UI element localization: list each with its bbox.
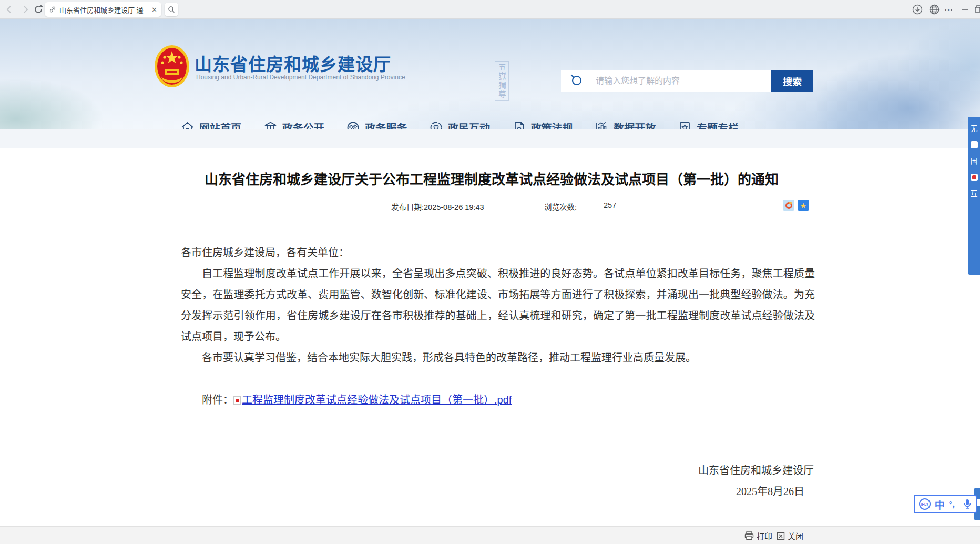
side-widget-label-2[interactable]: 国 [971,157,978,165]
restore-window-icon[interactable] [973,3,980,15]
address-tab[interactable]: 山东省住房和城乡建设厅 通知 ✕ [45,2,161,17]
accessibility-side-widget[interactable]: 无 国 互 [968,117,980,275]
site-subtitle: Housing and Urban-Rural Development Depa… [196,74,405,81]
paragraph-2: 各市要认真学习借鉴，结合本地实际大胆实践，形成各具特色的改革路径，推动工程监理行… [181,347,815,368]
refresh-icon[interactable] [33,4,44,15]
salutation: 各市住房城乡建设局，各有关单位： [181,242,815,263]
ime-punctuation-toggle[interactable]: °， [949,499,959,509]
attachment-label: 附件： [202,394,233,406]
search-input[interactable] [595,76,768,86]
side-widget-label-3[interactable]: 互 [971,189,978,198]
pdf-icon [233,396,241,405]
ime-brand-icon[interactable]: iFLY [919,498,931,510]
tab-close-icon[interactable]: ✕ [151,6,157,14]
minimize-icon[interactable] [959,3,971,15]
side-widget-icon-1[interactable] [971,141,978,148]
article-content: 山东省住房和城乡建设厅关于公布工程监理制度改革试点经验做法及试点项目（第一批）的… [0,148,980,526]
mountain-stamp-watermark: 五嶽獨尊 [495,61,509,101]
attachment-line: 附件：工程监理制度改革试点经验做法及试点项目（第一批）.pdf [181,389,815,410]
site-header: 五嶽獨尊 山东省住房和城乡建设厅 Housing and Urban-Rural… [0,19,980,129]
new-tab-search-icon[interactable] [165,3,178,16]
title-divider [183,193,815,193]
tab-title: 山东省住房和城乡建设厅 通知 [59,5,144,15]
search-input-wrap [561,70,771,92]
signature-organization: 山东省住房和城乡建设厅 [698,462,814,477]
publish-date: 发布日期:2025-08-26 19:43 [391,201,484,212]
page-bottom-bar: 打印 关闭 [0,526,980,544]
meta-divider [154,221,820,221]
close-button[interactable]: 关闭 [777,530,803,541]
download-icon[interactable] [912,4,923,15]
menu-dots-icon[interactable]: ⋯ [944,5,953,15]
search-button[interactable]: 搜索 [771,70,813,92]
globe-icon[interactable] [928,4,940,15]
ime-toolbar: iFLY 中 °， [914,495,977,513]
article-title: 山东省住房和城乡建设厅关于公布工程监理制度改革试点经验做法及试点项目（第一批）的… [163,168,820,188]
attachment-link[interactable]: 工程监理制度改革试点经验做法及试点项目（第一批）.pdf [242,394,512,406]
close-icon [777,532,785,540]
side-widget-icon-2[interactable] [971,174,978,181]
browser-chrome: 山东省住房和城乡建设厅 通知 ✕ ⋯ [0,0,980,19]
views-label: 浏览次数: [544,201,577,212]
paragraph-1: 自工程监理制度改革试点工作开展以来，全省呈现出多点突破、积极推进的良好态势。各试… [181,263,815,347]
breadcrumb-bar: 首页 > 政务公开 > 法定主动公开内容 > 业务动态 > 通知公告 [0,129,980,148]
share-qzone-icon[interactable]: ★ [798,200,809,211]
side-widget-label-1[interactable]: 无 [971,124,978,133]
print-button[interactable]: 打印 [744,530,772,541]
ime-mic-icon[interactable] [963,499,972,509]
print-icon [744,531,754,540]
forward-icon[interactable] [20,4,30,15]
browser-window: 山东省住房和城乡建设厅 通知 ✕ ⋯ 五嶽獨尊 [0,0,980,544]
site-title: 山东省住房和城乡建设厅 [195,51,391,76]
site-search: 搜索 [561,70,813,92]
search-icon [569,73,583,89]
back-icon[interactable] [4,4,15,15]
national-emblem-logo [154,45,190,88]
share-weibo-icon[interactable] [783,200,794,211]
views-count: 257 [604,201,616,209]
ime-mode-toggle[interactable]: 中 [935,497,945,511]
link-icon [49,6,56,13]
article-body: 各市住房城乡建设局，各有关单位： 自工程监理制度改革试点工作开展以来，全省呈现出… [181,242,815,410]
signature-date: 2025年8月26日 [736,483,804,498]
